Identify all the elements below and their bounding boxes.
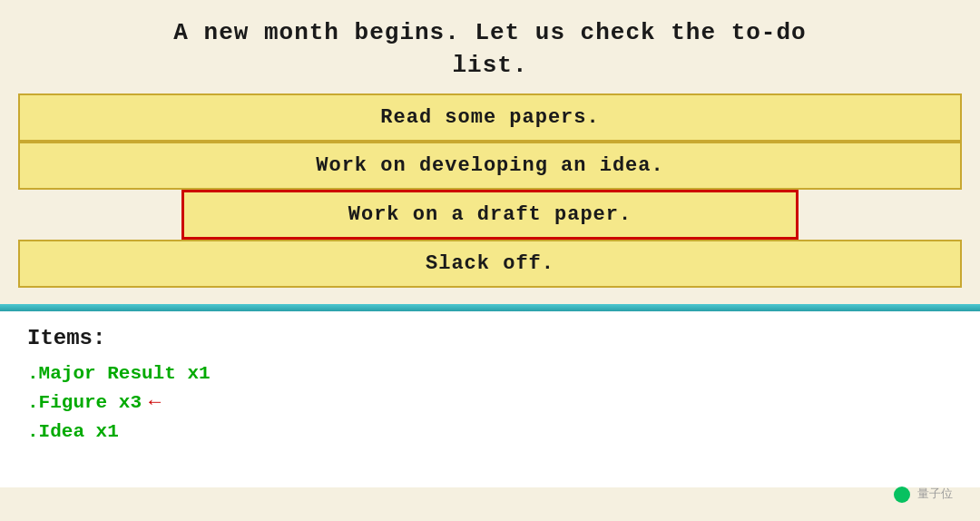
todo-list: Read some papers. Work on developing an … [18,93,962,288]
arrow-icon: ← [149,388,161,418]
item-figure: .Figure x3 ← [27,388,953,418]
todo-item-3-highlighted[interactable]: Work on a draft paper. [181,190,799,240]
watermark-text: 量子位 [917,487,953,500]
item-figure-text: .Figure x3 [27,388,142,418]
top-section: A new month begins. Let us check the to-… [0,0,980,297]
title: A new month begins. Let us check the to-… [18,16,962,83]
title-line1: A new month begins. Let us check the to-… [18,16,962,49]
items-label: Items: [27,326,953,350]
divider [0,304,980,311]
title-line2: list. [18,49,962,82]
item-idea-text: .Idea x1 [27,418,119,447]
bottom-section: Items: .Major Result x1 .Figure x3 ← .Id… [0,311,980,487]
item-major-result: .Major Result x1 [27,359,953,388]
watermark-icon [894,487,910,503]
todo-item-1[interactable]: Read some papers. [18,93,962,142]
todo-item-2[interactable]: Work on developing an idea. [18,142,962,190]
watermark: 量子位 [894,486,953,503]
todo-item-4[interactable]: Slack off. [18,240,962,288]
item-idea: .Idea x1 [27,418,953,447]
item-major-text: .Major Result x1 [27,359,211,388]
